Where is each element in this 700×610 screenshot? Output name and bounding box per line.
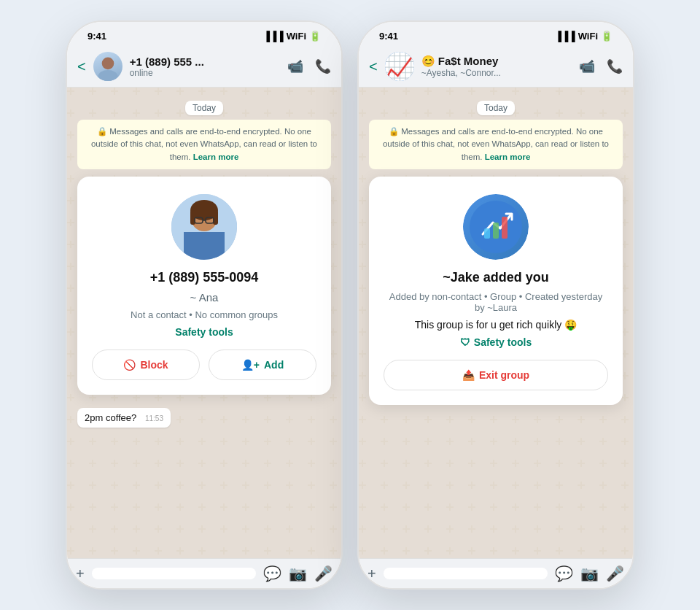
chat-area-1: Today 🔒 Messages and calls are end-to-en… xyxy=(67,88,341,558)
exit-icon-2: 📤 xyxy=(462,369,475,381)
svg-rect-15 xyxy=(502,217,508,239)
wifi-icon-2: WiFi xyxy=(578,31,598,42)
exit-label-2: Exit group xyxy=(479,369,529,381)
phone-1-screen: 9:41 ▐▐▐ WiFi 🔋 < xyxy=(67,22,341,588)
phones-container: 9:41 ▐▐▐ WiFi 🔋 < xyxy=(66,20,634,590)
group-card-2: ~Jake added you Added by non-contact • G… xyxy=(369,177,623,405)
svg-rect-11 xyxy=(184,232,225,252)
sticker-icon-2[interactable]: 💬 xyxy=(555,565,573,582)
group-members-2: ~Ayesha, ~Connor... xyxy=(421,68,572,78)
svg-point-1 xyxy=(98,70,117,81)
add-label-1: Add xyxy=(264,359,284,371)
message-row-1: 2pm coffee? 11:53 xyxy=(77,402,331,428)
encrypted-notice-2: 🔒 Messages and calls are end-to-end encr… xyxy=(369,120,623,169)
card-name-1: ~ Ana xyxy=(190,291,219,304)
header-icons-2: 📹 📞 xyxy=(579,58,623,74)
learn-more-1[interactable]: Learn more xyxy=(193,152,239,161)
group-desc-2: This group is for u get rich quikly 🤑 xyxy=(415,319,577,331)
card-avatar-2 xyxy=(463,194,529,260)
status-icons-1: ▐▐▐ WiFi 🔋 xyxy=(263,31,321,42)
status-bar-1: 9:41 ▐▐▐ WiFi 🔋 xyxy=(67,22,341,46)
svg-point-0 xyxy=(101,58,114,70)
safety-tools-link-2[interactable]: 🛡 Safety tools xyxy=(460,336,532,348)
svg-rect-13 xyxy=(484,228,490,239)
phone-2: 9:41 ▐▐▐ WiFi 🔋 < 📈 😊 Fa$t Money xyxy=(357,20,634,590)
battery-icon-1: 🔋 xyxy=(309,31,321,42)
group-avatar-image-2: 📈 xyxy=(385,52,414,81)
message-text-1: 2pm coffee? xyxy=(85,412,136,423)
contact-status-1: online xyxy=(130,68,280,78)
safety-tools-label-1: Safety tools xyxy=(175,326,233,338)
block-button-1[interactable]: 🚫 Block xyxy=(92,350,200,380)
chat-header-1: < +1 (889) 555 ... online 📹 xyxy=(67,46,341,88)
phone-call-icon-1[interactable]: 📞 xyxy=(315,58,331,74)
phone-1: 9:41 ▐▐▐ WiFi 🔋 < xyxy=(66,20,343,590)
date-label-2: Today xyxy=(477,101,515,115)
contact-avatar-1[interactable] xyxy=(93,52,122,81)
card-actions-1: 🚫 Block 👤+ Add xyxy=(92,350,316,380)
group-info-2: 😊 Fa$t Money ~Ayesha, ~Connor... xyxy=(421,55,572,78)
encrypted-notice-1: 🔒 Messages and calls are end-to-end encr… xyxy=(77,120,331,169)
card-avatar-image-1 xyxy=(171,194,237,260)
battery-icon-2: 🔋 xyxy=(601,31,612,42)
plus-icon-1[interactable]: + xyxy=(76,565,85,582)
card-avatar-1 xyxy=(171,194,237,260)
card-meta-1: Not a contact • No common groups xyxy=(131,309,278,320)
block-icon-1: 🚫 xyxy=(123,359,136,371)
avatar-image-1 xyxy=(93,52,122,81)
signal-icon-1: ▐▐▐ xyxy=(263,31,284,42)
status-icons-2: ▐▐▐ WiFi 🔋 xyxy=(555,31,612,42)
message-input-2[interactable] xyxy=(384,568,548,579)
status-bar-2: 9:41 ▐▐▐ WiFi 🔋 xyxy=(359,22,633,46)
card-avatar-image-2 xyxy=(463,194,529,260)
safety-tools-link-1[interactable]: Safety tools xyxy=(175,326,233,338)
back-button-2[interactable]: < xyxy=(369,58,378,75)
signal-icon-2: ▐▐▐ xyxy=(555,31,575,42)
contact-info-1: +1 (889) 555 ... online xyxy=(130,55,280,78)
header-icons-1: 📹 📞 xyxy=(287,58,331,74)
video-call-icon-2[interactable]: 📹 xyxy=(579,58,595,74)
date-label-1: Today xyxy=(185,101,223,115)
shield-icon-2: 🛡 xyxy=(460,336,470,348)
svg-rect-14 xyxy=(493,223,499,239)
chat-header-2: < 📈 😊 Fa$t Money ~Ayesha, ~Connor... 📹 📞 xyxy=(359,46,633,88)
group-name-2: 😊 Fa$t Money xyxy=(421,55,572,68)
group-meta-2: Added by non-contact • Group • Created y… xyxy=(384,291,608,313)
block-label-1: Block xyxy=(140,359,168,371)
add-icon-1: 👤+ xyxy=(241,359,260,371)
bottom-bar-1: + 💬 📷 🎤 xyxy=(67,558,341,588)
mic-icon-2[interactable]: 🎤 xyxy=(606,565,624,582)
card-phone-1: +1 (889) 555-0094 xyxy=(150,270,259,285)
exit-group-button-2[interactable]: 📤 Exit group xyxy=(384,360,608,390)
contact-card-1: +1 (889) 555-0094 ~ Ana Not a contact • … xyxy=(77,177,331,395)
wifi-icon-1: WiFi xyxy=(287,31,306,42)
mic-icon-1[interactable]: 🎤 xyxy=(314,565,332,582)
phone-call-icon-2[interactable]: 📞 xyxy=(607,58,623,74)
message-bubble-1: 2pm coffee? 11:53 xyxy=(77,408,171,428)
time-1: 9:41 xyxy=(88,31,106,42)
message-time-1: 11:53 xyxy=(145,414,163,422)
bottom-bar-2: + 💬 📷 🎤 xyxy=(359,558,633,588)
phone-2-screen: 9:41 ▐▐▐ WiFi 🔋 < 📈 😊 Fa$t Money xyxy=(359,22,633,588)
date-badge-1: Today xyxy=(77,101,331,114)
date-badge-2: Today xyxy=(369,101,623,114)
camera-icon-2[interactable]: 📷 xyxy=(580,565,599,582)
message-input-1[interactable] xyxy=(92,568,256,579)
sticker-icon-1[interactable]: 💬 xyxy=(263,565,281,582)
video-call-icon-1[interactable]: 📹 xyxy=(287,58,303,74)
group-avatar-2[interactable]: 📈 xyxy=(385,52,414,81)
back-button-1[interactable]: < xyxy=(77,58,86,75)
time-2: 9:41 xyxy=(379,31,398,42)
card-actions-2: 📤 Exit group xyxy=(384,360,608,390)
chat-area-2: Today 🔒 Messages and calls are end-to-en… xyxy=(359,88,633,558)
safety-tools-label-2: Safety tools xyxy=(474,336,532,348)
camera-icon-1[interactable]: 📷 xyxy=(289,565,307,582)
add-button-1[interactable]: 👤+ Add xyxy=(209,350,316,380)
plus-icon-2[interactable]: + xyxy=(368,565,376,582)
added-title-2: ~Jake added you xyxy=(443,270,549,285)
contact-name-1: +1 (889) 555 ... xyxy=(130,55,280,68)
group-name-emoji-2: 😊 xyxy=(421,55,438,67)
learn-more-2[interactable]: Learn more xyxy=(485,152,531,161)
